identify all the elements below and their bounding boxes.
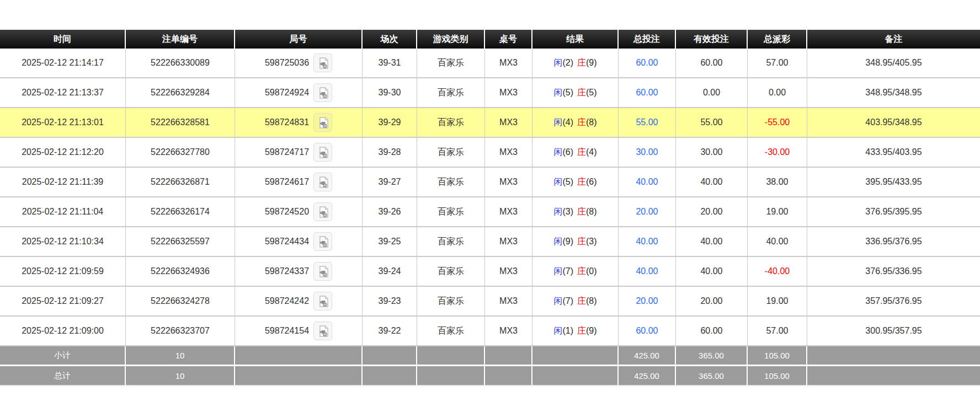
col-header-valid-bet: 有效投注: [676, 30, 748, 49]
bet-time: 2025-02-12 21:10:34: [22, 237, 104, 246]
session-number: 39-30: [379, 88, 401, 97]
table-number: MX3: [499, 266, 518, 276]
game-type: 百家乐: [438, 117, 464, 127]
bet-number: 522266329284: [151, 88, 210, 97]
result-cell: 闲(7)庄(8): [532, 287, 619, 317]
video-replay-button[interactable]: [313, 53, 332, 72]
video-replay-button[interactable]: [313, 113, 332, 132]
remark-cell: 336.95/376.95: [807, 227, 980, 257]
session-cell: 39-24: [363, 257, 417, 287]
remark-balance: 357.95/376.95: [865, 296, 922, 306]
remark-balance: 348.95/405.95: [865, 58, 922, 67]
table-row[interactable]: 2025-02-12 21:12:20 522266327780 5987247…: [0, 138, 980, 168]
session-cell: 39-23: [363, 287, 417, 317]
video-replay-button[interactable]: [313, 232, 332, 251]
result-banker-score: (0): [586, 266, 597, 276]
video-replay-icon: [318, 206, 328, 218]
round-no-cell: 598724617: [235, 168, 363, 197]
result-player-score: (5): [562, 88, 573, 97]
result-cell: 闲(7)庄(0): [532, 257, 619, 287]
result-player-label: 闲: [553, 88, 562, 97]
remark-balance: 348.95/348.95: [865, 88, 922, 97]
payout-amount: 19.00: [766, 207, 788, 216]
table-row[interactable]: 2025-02-12 21:11:39 522266326871 5987246…: [0, 168, 980, 197]
video-replay-icon: [318, 236, 328, 248]
table-row[interactable]: 2025-02-12 21:14:17 522266330089 5987250…: [0, 49, 980, 78]
result-banker-label: 庄: [577, 326, 586, 335]
result-player-label: 闲: [553, 326, 562, 335]
round-number: 598724520: [265, 207, 309, 217]
video-replay-button[interactable]: [313, 322, 332, 340]
summary-row-grand-total: 总计 10 425.00 365.00 105.00: [0, 366, 980, 386]
valid-bet-cell: 20.00: [676, 197, 748, 227]
result-player-label: 闲: [553, 177, 562, 186]
round-number: 598724717: [265, 147, 309, 157]
round-no-cell: 598724434: [235, 227, 363, 257]
payout-cell: 19.00: [748, 287, 807, 317]
summary-empty-cell: [485, 366, 532, 386]
result-banker-score: (6): [586, 177, 597, 186]
bet-number: 522266330089: [151, 58, 210, 67]
total-bet-amount: 20.00: [636, 207, 658, 216]
summary-total-bet: 425.00: [634, 371, 659, 381]
payout-amount: 19.00: [766, 296, 788, 306]
column-header-label: 局号: [290, 34, 307, 44]
col-header-result: 结果: [532, 30, 619, 49]
column-header-label: 有效投注: [694, 34, 729, 44]
result-banker-label: 庄: [577, 58, 586, 67]
result-banker-score: (5): [586, 88, 597, 97]
bet-number: 522266327780: [151, 147, 210, 157]
game-type-cell: 百家乐: [417, 317, 485, 346]
game-type: 百家乐: [438, 207, 464, 216]
payout-amount: -40.00: [765, 266, 790, 276]
table-row[interactable]: 2025-02-12 21:09:59 522266324936 5987243…: [0, 257, 980, 287]
remark-balance: 395.95/433.95: [865, 177, 922, 186]
valid-bet-cell: 20.00: [676, 287, 748, 317]
summary-payout: 105.00: [764, 351, 790, 360]
table-row[interactable]: 2025-02-12 21:10:34 522266325597 5987244…: [0, 227, 980, 257]
table-row[interactable]: 2025-02-12 21:13:01 522266328581 5987248…: [0, 108, 980, 138]
payout-amount: 38.00: [766, 177, 788, 186]
session-cell: 39-31: [363, 49, 417, 78]
round-no-cell: 598725036: [235, 49, 363, 78]
time-cell: 2025-02-12 21:13:37: [0, 78, 126, 108]
table-row[interactable]: 2025-02-12 21:09:27 522266324278 5987242…: [0, 287, 980, 317]
table-row[interactable]: 2025-02-12 21:13:37 522266329284 5987249…: [0, 78, 980, 108]
result-player-score: (4): [562, 117, 573, 127]
table-no-cell: MX3: [485, 138, 532, 168]
valid-bet-cell: 40.00: [676, 257, 748, 287]
summary-count-cell: 10: [126, 346, 235, 366]
result-banker-score: (9): [586, 58, 597, 67]
table-row[interactable]: 2025-02-12 21:11:04 522266326174 5987245…: [0, 197, 980, 227]
payout-amount: 57.00: [766, 326, 788, 335]
round-number: 598725036: [265, 58, 309, 68]
payout-cell: -30.00: [748, 138, 807, 168]
table-row[interactable]: 2025-02-12 21:09:00 522266323707 5987241…: [0, 317, 980, 346]
bet-no-cell: 522266330089: [126, 49, 235, 78]
result-player-score: (2): [562, 58, 573, 67]
result-player-score: (7): [562, 296, 573, 306]
video-replay-button[interactable]: [313, 143, 332, 162]
bet-no-cell: 522266323707: [126, 317, 235, 346]
column-header-label: 结果: [566, 34, 584, 44]
video-replay-button[interactable]: [313, 202, 332, 221]
valid-bet-cell: 60.00: [676, 317, 748, 346]
game-type: 百家乐: [438, 326, 464, 335]
video-replay-button[interactable]: [313, 262, 332, 281]
video-replay-icon: [318, 87, 328, 99]
video-replay-button[interactable]: [313, 173, 332, 191]
table-no-cell: MX3: [485, 287, 532, 317]
bet-time: 2025-02-12 21:11:39: [22, 177, 103, 186]
valid-bet-cell: 40.00: [676, 168, 748, 197]
round-no-cell: 598724337: [235, 257, 363, 287]
valid-bet-amount: 0.00: [703, 88, 720, 97]
game-type-cell: 百家乐: [417, 78, 485, 108]
session-number: 39-27: [379, 177, 401, 186]
summary-empty-cell: [532, 366, 619, 386]
bet-no-cell: 522266326174: [126, 197, 235, 227]
payout-cell: 57.00: [748, 49, 807, 78]
video-replay-button[interactable]: [313, 83, 332, 102]
column-header-label: 注单编号: [162, 34, 198, 44]
remark-balance: 376.95/336.95: [865, 266, 922, 276]
video-replay-button[interactable]: [313, 292, 332, 310]
